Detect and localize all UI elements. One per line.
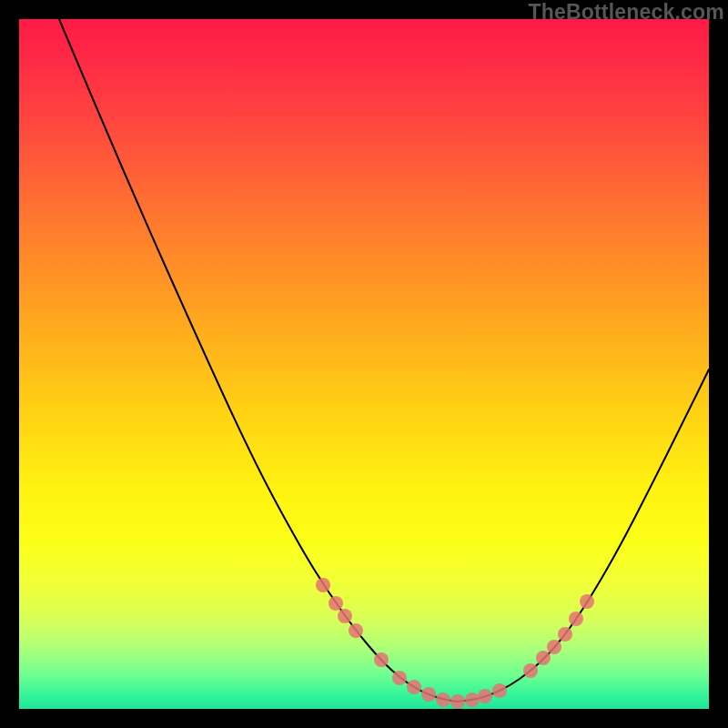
curve-left [59,19,456,702]
marker-group [316,578,594,709]
data-marker [536,651,551,665]
plot-area [19,19,709,709]
data-marker [392,671,407,685]
chart-container: TheBottleneck.com [0,0,728,728]
data-marker [329,596,343,611]
data-marker [492,683,507,698]
data-marker [349,623,363,638]
data-marker [407,680,421,694]
data-marker [569,612,583,626]
data-marker [450,694,465,709]
data-marker [580,594,594,609]
curve-right [456,369,709,702]
data-marker [374,652,389,667]
data-marker [465,693,480,707]
data-marker [558,627,572,642]
chart-svg [19,19,709,709]
data-marker [478,689,492,703]
data-marker [547,640,561,654]
data-marker [523,663,538,678]
data-marker [421,687,436,702]
data-marker [338,609,352,623]
data-marker [436,693,450,707]
data-marker [316,578,330,592]
